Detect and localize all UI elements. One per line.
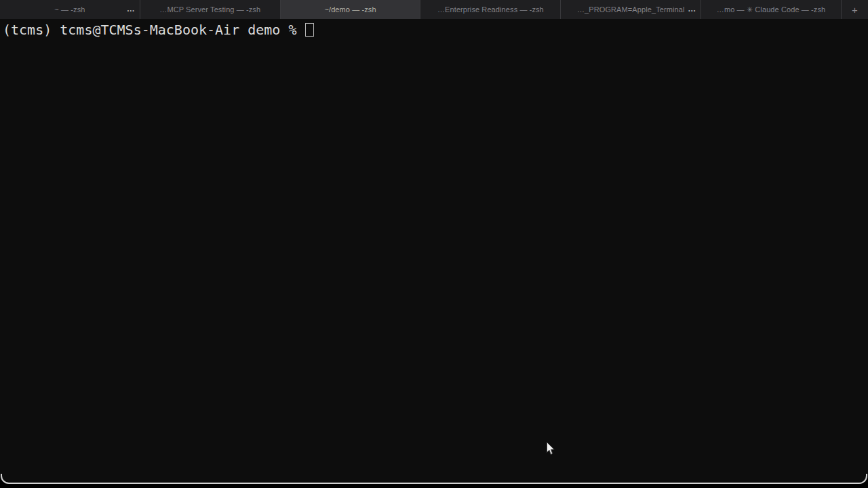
tab-title: …mo — ✳ Claude Code — -zsh — [717, 5, 825, 14]
desktop: ~ — -zsh … …MCP Server Testing — -zsh ~/… — [0, 0, 868, 488]
tab-demo-active[interactable]: ~/demo — -zsh — [281, 0, 421, 19]
terminal-window: ~ — -zsh … …MCP Server Testing — -zsh ~/… — [0, 0, 868, 483]
tab-enterprise-readiness[interactable]: …Enterprise Readiness — -zsh — [420, 0, 561, 19]
tab-activity-indicator: … — [688, 5, 696, 13]
terminal-screen[interactable]: (tcms) tcms@TCMSs-MacBook-Air demo % — [0, 19, 868, 483]
tab-home-zsh[interactable]: ~ — -zsh … — [0, 0, 140, 19]
tab-title: ~ — -zsh — [54, 5, 85, 14]
window-resize-edge[interactable] — [1, 474, 867, 484]
tab-activity-indicator: … — [127, 5, 135, 13]
plus-icon: + — [852, 5, 858, 15]
tab-apple-terminal-program[interactable]: …_PROGRAM=Apple_Terminal … — [561, 0, 701, 19]
new-tab-button[interactable]: + — [842, 0, 868, 19]
tab-title: ~/demo — -zsh — [324, 5, 376, 14]
tab-title: …_PROGRAM=Apple_Terminal — [577, 5, 685, 14]
tab-mcp-server-testing[interactable]: …MCP Server Testing — -zsh — [140, 0, 281, 19]
tab-claude-code[interactable]: …mo — ✳ Claude Code — -zsh — [701, 0, 842, 19]
tab-title: …Enterprise Readiness — -zsh — [437, 5, 544, 14]
terminal-cursor — [305, 23, 314, 37]
terminal-prompt-line: (tcms) tcms@TCMSs-MacBook-Air demo % — [3, 22, 868, 37]
terminal-tab-bar: ~ — -zsh … …MCP Server Testing — -zsh ~/… — [0, 0, 868, 19]
tab-title: …MCP Server Testing — -zsh — [159, 5, 260, 14]
terminal-prompt: (tcms) tcms@TCMSs-MacBook-Air demo % — [3, 22, 305, 37]
